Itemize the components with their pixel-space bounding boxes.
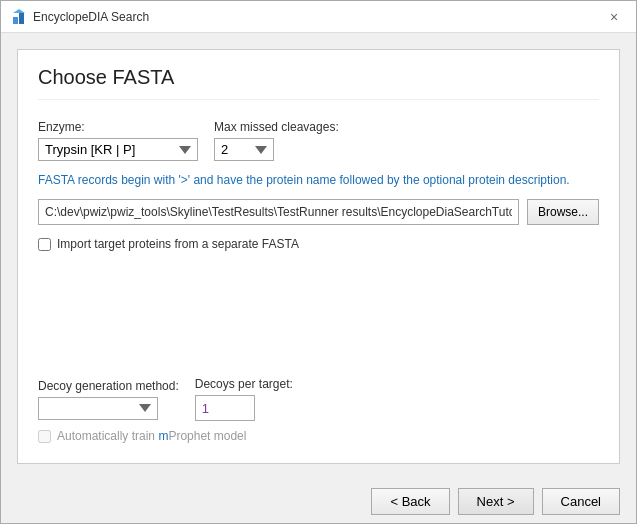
max-cleavages-field-group: Max missed cleavages: 2 xyxy=(214,120,339,161)
auto-mprophet-label[interactable]: Automatically train mProphet model xyxy=(57,429,246,443)
max-cleavages-select[interactable]: 2 xyxy=(214,138,274,161)
enzyme-row: Enzyme: Trypsin [KR | P] Max missed clea… xyxy=(38,120,599,161)
back-button[interactable]: < Back xyxy=(371,488,449,515)
decoy-method-label: Decoy generation method: xyxy=(38,379,179,393)
panel-title: Choose FASTA xyxy=(38,66,599,100)
titlebar: EncyclopeDIA Search × xyxy=(1,1,636,33)
app-icon xyxy=(11,9,27,25)
fasta-path-input[interactable] xyxy=(38,199,519,225)
import-target-row: Import target proteins from a separate F… xyxy=(38,237,599,251)
decoys-per-target-input[interactable] xyxy=(195,395,255,421)
max-cleavages-label: Max missed cleavages: xyxy=(214,120,339,134)
browse-button[interactable]: Browse... xyxy=(527,199,599,225)
decoys-per-target-field-group: Decoys per target: xyxy=(195,377,293,421)
enzyme-label: Enzyme: xyxy=(38,120,198,134)
import-target-label[interactable]: Import target proteins from a separate F… xyxy=(57,237,299,251)
fasta-path-row: Browse... xyxy=(38,199,599,225)
decoys-per-target-label: Decoys per target: xyxy=(195,377,293,391)
svg-marker-2 xyxy=(13,9,25,13)
fasta-info-text: FASTA records begin with '>' and have th… xyxy=(38,173,599,187)
enzyme-field-group: Enzyme: Trypsin [KR | P] xyxy=(38,120,198,161)
titlebar-left: EncyclopeDIA Search xyxy=(11,9,149,25)
cancel-button[interactable]: Cancel xyxy=(542,488,620,515)
svg-rect-0 xyxy=(13,17,18,24)
close-button[interactable]: × xyxy=(602,5,626,29)
spacer xyxy=(38,263,599,365)
enzyme-select[interactable]: Trypsin [KR | P] xyxy=(38,138,198,161)
next-button[interactable]: Next > xyxy=(458,488,534,515)
choose-fasta-panel: Choose FASTA Enzyme: Trypsin [KR | P] Ma… xyxy=(17,49,620,464)
decoy-method-select[interactable]: Reverse Shuffle xyxy=(38,397,158,420)
decoy-method-field-group: Decoy generation method: Reverse Shuffle xyxy=(38,379,179,420)
titlebar-title: EncyclopeDIA Search xyxy=(33,10,149,24)
content-area: Choose FASTA Enzyme: Trypsin [KR | P] Ma… xyxy=(1,33,636,480)
auto-mprophet-row: Automatically train mProphet model xyxy=(38,429,599,443)
svg-rect-1 xyxy=(19,13,24,24)
auto-mprophet-checkbox[interactable] xyxy=(38,430,51,443)
footer: < Back Next > Cancel xyxy=(1,480,636,523)
main-window: EncyclopeDIA Search × Choose FASTA Enzym… xyxy=(0,0,637,524)
decoy-row: Decoy generation method: Reverse Shuffle… xyxy=(38,377,599,421)
import-target-checkbox[interactable] xyxy=(38,238,51,251)
bottom-section: Decoy generation method: Reverse Shuffle… xyxy=(38,377,599,443)
